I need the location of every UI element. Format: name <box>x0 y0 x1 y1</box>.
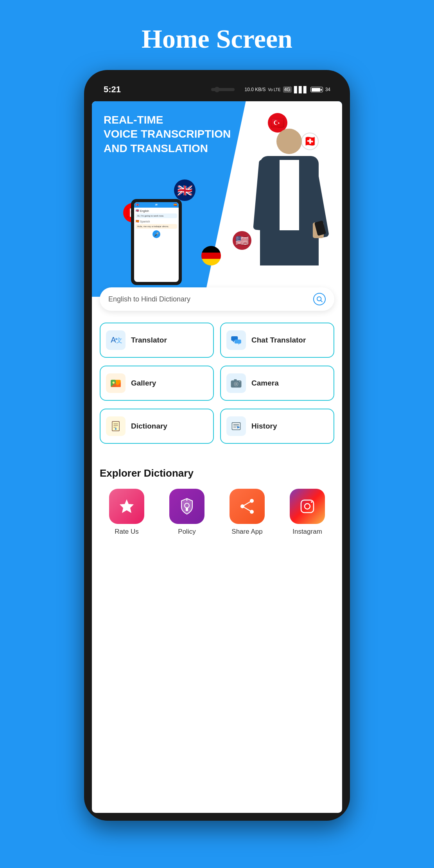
history-icon <box>226 416 246 436</box>
grid-row-2: Gallery Camera <box>100 366 334 401</box>
mini-phone-demo: 🇬🇧 ⇄ 🇪🇸 🇬🇧 English Hi, I'm going to work… <box>131 199 182 285</box>
policy-icon <box>169 489 204 524</box>
svg-line-1 <box>321 300 322 302</box>
svg-text:A: A <box>111 335 116 344</box>
app-grid: A 文 Translator <box>92 311 342 463</box>
chat-icon <box>226 330 246 350</box>
translator-button[interactable]: A 文 Translator <box>100 323 214 358</box>
share-app-label: Share App <box>231 528 262 536</box>
svg-rect-22 <box>234 379 237 381</box>
svg-point-21 <box>235 383 237 385</box>
svg-point-23 <box>239 381 240 382</box>
history-label: History <box>251 422 277 430</box>
svg-point-49 <box>305 504 310 509</box>
svg-text:文: 文 <box>116 337 122 344</box>
svg-point-15 <box>113 382 115 384</box>
share-app-item[interactable]: Share App <box>220 489 274 536</box>
search-bar[interactable]: English to Hindi Dictionary <box>100 287 334 311</box>
battery-icon <box>310 87 323 92</box>
rate-us-label: Rate Us <box>115 528 138 536</box>
rate-us-icon <box>109 489 144 524</box>
search-icon[interactable] <box>313 293 326 305</box>
phone-screen: REAL-TIME VOICE TRANSCRIPTION AND TRANSL… <box>92 101 342 813</box>
svg-rect-34 <box>232 423 240 430</box>
camera-icon <box>226 373 246 393</box>
svg-point-50 <box>311 501 312 503</box>
hero-person-silhouette <box>248 129 330 297</box>
history-button[interactable]: History <box>220 409 334 444</box>
status-icons: 10.0 KB/S Vo LTE 4G ▋▋▋ 34 <box>245 86 330 93</box>
grid-row-3: i Dictionary <box>100 409 334 444</box>
explorer-section: Explorer Dictionary Rate Us <box>92 463 342 543</box>
share-app-icon <box>230 489 265 524</box>
camera-button[interactable]: Camera <box>220 366 334 401</box>
policy-label: Policy <box>178 528 195 536</box>
explorer-title: Explorer Dictionary <box>100 467 334 479</box>
svg-rect-10 <box>235 340 241 344</box>
svg-line-46 <box>242 501 252 506</box>
translator-label: Translator <box>131 336 167 344</box>
gallery-button[interactable]: Gallery <box>100 366 214 401</box>
chat-translator-button[interactable]: Chat Translator <box>220 323 334 358</box>
network-speed: 10.0 KB/S <box>245 87 266 92</box>
hero-banner: REAL-TIME VOICE TRANSCRIPTION AND TRANSL… <box>92 101 342 297</box>
rate-us-item[interactable]: Rate Us <box>100 489 154 536</box>
flag-uk: 🇬🇧 <box>174 179 195 201</box>
svg-marker-39 <box>120 499 134 513</box>
signal-bars-icon: ▋▋▋ <box>294 86 308 93</box>
policy-item[interactable]: Policy <box>160 489 214 536</box>
gallery-icon <box>106 373 126 393</box>
search-text: English to Hindi Dictionary <box>108 295 309 303</box>
dictionary-button[interactable]: i Dictionary <box>100 409 214 444</box>
gallery-label: Gallery <box>131 379 156 387</box>
page-title: Home Screen <box>0 0 434 70</box>
chat-translator-label: Chat Translator <box>251 336 306 344</box>
translate-icon: A 文 <box>106 330 126 350</box>
instagram-icon <box>290 489 325 524</box>
camera-label: Camera <box>251 379 279 387</box>
dictionary-label: Dictionary <box>131 422 167 430</box>
volte-indicator: Vo LTE <box>268 88 281 92</box>
instagram-label: Instagram <box>292 528 322 536</box>
flag-germany <box>201 246 221 265</box>
phone-frame: 5:21 10.0 KB/S Vo LTE 4G ▋▋▋ 34 REAL-TIM… <box>84 70 350 821</box>
time-display: 5:21 <box>104 84 121 95</box>
status-bar: 5:21 10.0 KB/S Vo LTE 4G ▋▋▋ 34 <box>92 78 342 101</box>
instagram-item[interactable]: Instagram <box>280 489 334 536</box>
grid-row-1: A 文 Translator <box>100 323 334 358</box>
battery-level: 34 <box>325 87 330 92</box>
4g-indicator: 4G <box>283 86 292 93</box>
explorer-grid: Rate Us Policy <box>100 489 334 536</box>
svg-point-0 <box>317 297 321 301</box>
svg-rect-41 <box>186 508 188 511</box>
svg-line-47 <box>242 506 252 512</box>
dictionary-icon: i <box>106 416 126 436</box>
